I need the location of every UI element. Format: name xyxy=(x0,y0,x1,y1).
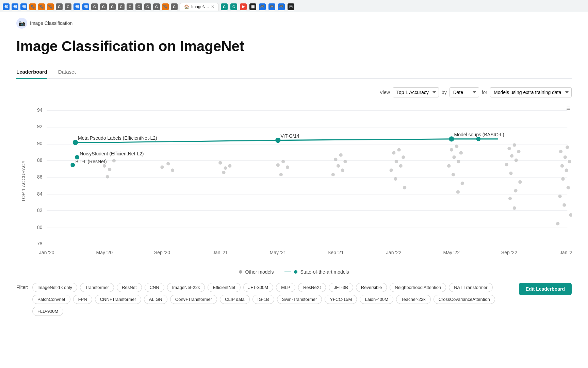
tab-icon[interactable]: C xyxy=(56,3,63,10)
filter-tag[interactable]: ALIGN xyxy=(144,295,167,304)
tab-icon[interactable]: C xyxy=(118,3,125,10)
filter-tag[interactable]: CNN xyxy=(145,283,164,292)
tab-icon[interactable]: 知 xyxy=(74,3,80,10)
tab-icon[interactable]: C xyxy=(65,3,71,10)
svg-text:86: 86 xyxy=(37,174,43,180)
svg-text:90: 90 xyxy=(37,141,43,146)
svg-text:94: 94 xyxy=(37,107,43,113)
page-title: Image Classification on ImageNet xyxy=(16,38,572,55)
tab-icon[interactable]: 知 xyxy=(82,3,89,10)
filter-tag[interactable]: Transformer xyxy=(80,283,114,292)
tab-leaderboard[interactable]: Leaderboard xyxy=(16,65,47,79)
tab-icon[interactable]: C xyxy=(230,3,237,10)
svg-point-37 xyxy=(224,166,227,170)
tab-icon[interactable]: 🎮 xyxy=(259,3,266,10)
filter-tag[interactable]: Teacher-22k xyxy=(396,295,431,304)
filter-tag[interactable]: ImageNet-1k only xyxy=(32,283,77,292)
filter-tag[interactable]: ResNet xyxy=(117,283,142,292)
svg-point-64 xyxy=(452,173,455,176)
tab-icon[interactable]: ▶ xyxy=(240,3,247,10)
tab-icon[interactable]: 知 xyxy=(12,3,18,10)
tab-icon[interactable]: 🐾 xyxy=(29,3,36,10)
filter-tag[interactable]: Neighborhood Attention xyxy=(390,283,446,292)
svg-text:Model soups (BASIC-L): Model soups (BASIC-L) xyxy=(454,132,504,137)
filter-tag[interactable]: Reversible xyxy=(356,283,387,292)
svg-text:Jan '23: Jan '23 xyxy=(560,250,572,255)
svg-text:Jan '20: Jan '20 xyxy=(39,250,54,255)
svg-point-70 xyxy=(510,154,513,157)
tab-icon[interactable]: 🎮 xyxy=(268,3,275,10)
legend-other: Other models xyxy=(239,269,274,275)
svg-point-59 xyxy=(455,144,458,148)
svg-point-52 xyxy=(402,155,405,159)
for-select[interactable]: Models using extra training data All mod… xyxy=(490,87,572,97)
active-tab-label: ImageN... xyxy=(191,4,209,9)
svg-point-62 xyxy=(457,160,460,163)
tab-icon[interactable]: C xyxy=(144,3,151,10)
chart-menu-icon[interactable]: ≡ xyxy=(565,103,572,113)
svg-point-94 xyxy=(70,163,75,167)
filter-tag[interactable]: JFT-300M xyxy=(243,283,274,292)
legend-sota-label: State-of-the-art models xyxy=(300,269,349,275)
by-select[interactable]: Date Method Paper xyxy=(450,87,479,97)
filter-tag[interactable]: Conv+Transformer xyxy=(170,295,217,304)
svg-point-45 xyxy=(339,153,343,157)
tab-icon[interactable]: C xyxy=(135,3,142,10)
tab-dataset[interactable]: Dataset xyxy=(58,65,76,79)
view-label: View xyxy=(380,90,390,95)
filter-tag[interactable]: IG-1B xyxy=(252,295,274,304)
svg-point-81 xyxy=(568,160,571,163)
tab-icon[interactable]: C xyxy=(100,3,107,10)
filter-tag[interactable]: PatchConvnet xyxy=(32,295,70,304)
tab-icon[interactable]: 知 xyxy=(20,3,27,10)
filter-tag[interactable]: Swin-Transformer xyxy=(277,295,322,304)
tab-icon[interactable]: C xyxy=(91,3,98,10)
svg-text:TOP 1 ACCURACY: TOP 1 ACCURACY xyxy=(21,160,26,202)
tab-icon[interactable]: C xyxy=(153,3,160,10)
tab-icon[interactable]: ▦ xyxy=(249,3,256,10)
filter-tag[interactable]: FPN xyxy=(73,295,92,304)
tab-icon[interactable]: C xyxy=(109,3,116,10)
active-tab[interactable]: 🏠 ImageN... ✕ xyxy=(180,3,219,11)
filter-tag[interactable]: NAT Transformer xyxy=(449,283,492,292)
filter-tag[interactable]: CrossCovarianceAttention xyxy=(434,295,495,304)
filter-tag[interactable]: EfficientNet xyxy=(208,283,240,292)
svg-point-96 xyxy=(275,138,280,143)
filter-tag[interactable]: ImageNet-22k xyxy=(167,283,205,292)
filter-tag[interactable]: YFCC-15M xyxy=(325,295,357,304)
breadcrumb-text: Image Classification xyxy=(30,20,72,26)
tab-icon[interactable]: 🎮 xyxy=(278,3,285,10)
tab-icon[interactable]: C xyxy=(127,3,133,10)
filter-tag[interactable]: JFT-3B xyxy=(329,283,353,292)
svg-point-77 xyxy=(513,206,516,210)
svg-text:78: 78 xyxy=(37,241,43,246)
tab-icon[interactable]: C xyxy=(171,3,178,10)
edit-leaderboard-button[interactable]: Edit Leaderboard xyxy=(519,283,572,295)
svg-point-87 xyxy=(562,203,566,207)
filter-tags: ImageNet-1k onlyTransformerResNetCNNImag… xyxy=(32,283,513,316)
filter-tag[interactable]: CNN+Transformer xyxy=(95,295,141,304)
legend-dot-teal xyxy=(294,270,297,274)
main-chart: 94 92 90 88 86 84 82 80 78 TOP 1 ACCURAC… xyxy=(16,103,572,264)
filter-tag[interactable]: MLP xyxy=(276,283,295,292)
breadcrumb: 📷 Image Classification xyxy=(16,12,572,33)
tab-icon[interactable]: 🐾 xyxy=(47,3,54,10)
browser-tabs: 知 知 知 🐾 🐾 🐾 C C 知 知 C C C C C C C C 🐾 C … xyxy=(0,0,588,12)
svg-point-78 xyxy=(566,145,569,149)
tab-icon[interactable]: 🐾 xyxy=(162,3,169,10)
svg-text:88: 88 xyxy=(37,157,43,163)
tab-icon[interactable]: 知 xyxy=(3,3,10,10)
view-select[interactable]: Top 1 Accuracy Top 5 Accuracy xyxy=(393,87,439,97)
filter-tag[interactable]: FLD-900M xyxy=(32,307,63,316)
tab-icon[interactable]: 🐾 xyxy=(38,3,45,10)
svg-point-48 xyxy=(341,169,344,172)
tab-icon[interactable]: C xyxy=(221,3,228,10)
filter-tag[interactable]: Laion-400M xyxy=(360,295,393,304)
svg-point-80 xyxy=(564,155,567,159)
filter-tag[interactable]: ResNeXt xyxy=(298,283,326,292)
svg-point-65 xyxy=(461,182,464,185)
filter-tag[interactable]: CLIP data xyxy=(220,295,250,304)
tab-icon[interactable]: 🎮 xyxy=(288,3,294,10)
svg-text:Sep '21: Sep '21 xyxy=(328,250,344,255)
svg-text:ViT-G/14: ViT-G/14 xyxy=(280,133,299,139)
